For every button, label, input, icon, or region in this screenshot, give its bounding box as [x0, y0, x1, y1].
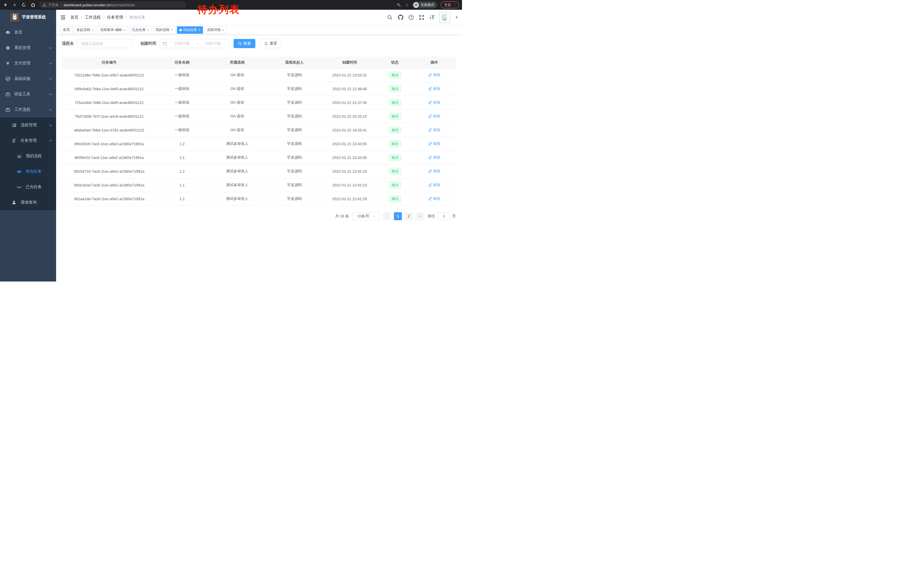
table-row: a6aba0a4-7b6d-11ec-b781-acde48001122一级审批… — [62, 123, 456, 137]
forward-icon[interactable] — [12, 2, 17, 8]
close-icon[interactable]: × — [222, 28, 224, 32]
eye-closed-icon — [16, 185, 22, 189]
goto-label: 前往 — [428, 214, 435, 219]
org-tree-icon — [12, 138, 16, 143]
process-name-input[interactable] — [77, 39, 132, 48]
search-button[interactable]: 搜索 — [234, 39, 255, 48]
approve-button[interactable]: 审批 — [428, 128, 441, 132]
approve-button[interactable]: 审批 — [428, 169, 441, 174]
back-icon[interactable] — [3, 2, 8, 8]
sidebar-item-system[interactable]: 系统管理 — [0, 40, 56, 56]
breadcrumb-workflow[interactable]: 工作流程 — [85, 15, 101, 20]
close-icon[interactable]: × — [171, 28, 173, 32]
col-create-time: 创建时间 — [322, 57, 377, 68]
avatar-caret-icon[interactable]: ▼ — [455, 16, 458, 19]
page-button-1[interactable]: 1 — [394, 212, 402, 220]
approve-button[interactable]: 审批 — [428, 196, 441, 201]
tab-todo-tasks[interactable]: 待办任务× — [177, 26, 203, 34]
end-date-placeholder: 结束日期 — [200, 41, 226, 46]
next-page-button[interactable]: › — [416, 212, 424, 220]
help-icon[interactable]: ? — [408, 15, 414, 20]
page-unit-label: 页 — [452, 214, 456, 219]
status-badge: 激活 — [389, 182, 401, 188]
sidebar-item-home[interactable]: 首页 — [0, 25, 56, 40]
tab-process-detail[interactable]: 流程详情× — [204, 26, 227, 34]
status-badge: 激活 — [389, 113, 401, 120]
avatar[interactable] — [440, 12, 450, 23]
approve-button[interactable]: 审批 — [428, 86, 441, 92]
breadcrumb-task-mgmt[interactable]: 任务管理 — [107, 15, 123, 20]
sidebar-item-task-mgmt[interactable]: 任务管理 — [0, 133, 56, 148]
dashboard-icon — [5, 30, 10, 35]
process-name-label: 流程名 — [62, 41, 74, 46]
github-icon[interactable] — [398, 15, 404, 20]
col-process: 所属流程 — [207, 57, 267, 68]
close-icon[interactable]: × — [123, 28, 125, 32]
warning-icon — [42, 3, 46, 7]
start-date-placeholder: 开始日期 — [169, 41, 195, 46]
svg-text:?: ? — [410, 15, 412, 19]
key-icon[interactable] — [396, 2, 402, 8]
approve-button[interactable]: 审批 — [428, 155, 441, 160]
close-icon[interactable]: × — [147, 28, 149, 32]
status-badge: 激活 — [389, 86, 401, 92]
reload-icon[interactable] — [21, 2, 26, 8]
create-time-label: 创建时间 — [140, 41, 156, 46]
col-task-name: 任务名称 — [156, 57, 207, 68]
breadcrumb-current: 待办任务 — [129, 15, 146, 20]
home-icon[interactable] — [30, 2, 36, 8]
close-icon[interactable]: × — [92, 28, 94, 32]
briefcase-icon — [5, 107, 10, 112]
sidebar-logo[interactable]: 芋道管理系统 — [0, 10, 56, 25]
fullscreen-icon[interactable] — [419, 15, 424, 20]
date-range-picker[interactable]: 开始日期 - 结束日期 — [160, 39, 229, 48]
tab-done-tasks[interactable]: 已办任务× — [129, 26, 152, 34]
sidebar-item-payment[interactable]: ￥ 支付管理 — [0, 56, 56, 71]
reset-button[interactable]: 重置 — [260, 39, 282, 48]
sidebar-collapse-icon[interactable] — [60, 15, 66, 20]
close-icon[interactable]: × — [198, 28, 200, 32]
status-badge: 激活 — [389, 140, 401, 147]
sidebar-item-workflow[interactable]: 工作流程 — [0, 102, 56, 117]
sidebar-item-process-mgmt[interactable]: 流程管理 — [0, 117, 56, 133]
sidebar-item-my-process[interactable]: 我的流程 — [0, 148, 56, 164]
active-tab-dot-icon — [180, 29, 182, 31]
browser-menu-icon[interactable]: ⋮ — [453, 3, 456, 7]
status-badge: 激活 — [389, 195, 401, 202]
approve-button[interactable]: 审批 — [428, 141, 441, 146]
search-icon[interactable] — [387, 15, 393, 20]
table-row: 58154733-7ac8-11ec-a9e2-a2380e71991a1.2测… — [62, 164, 456, 178]
pagination: 共 16 条 10条/页 ‹ 1 2 › 前往 页 — [62, 212, 456, 220]
col-initiator: 流程发起人 — [267, 57, 322, 68]
page-button-2[interactable]: 2 — [405, 212, 413, 220]
table-row: 069c6a63-7b8a-11ec-8ef0-acde48001122一级审批… — [62, 82, 456, 96]
update-button[interactable]: 更新 ⋮ — [441, 2, 459, 8]
prev-page-button[interactable]: ‹ — [383, 212, 391, 220]
chevron-down-icon — [49, 78, 52, 80]
sidebar-item-infra[interactable]: 基础设施 — [0, 71, 56, 87]
bookmark-star-icon[interactable]: ☆ — [405, 2, 409, 8]
approve-button[interactable]: 审批 — [428, 182, 441, 188]
page-content: 流程名 创建时间 开始日期 - 结束日期 搜索 重置 — [56, 35, 462, 281]
user-icon — [12, 200, 16, 205]
sidebar-item-devtools[interactable]: 研发工具 — [0, 87, 56, 102]
tab-form-edit[interactable]: 流程表单-编辑× — [98, 26, 128, 34]
calendar-icon — [163, 42, 167, 45]
sidebar-item-done-tasks[interactable]: 已办任务 — [0, 179, 56, 195]
url-bar[interactable]: 不安全 | dashboard.yudao.iocoder.cn/bpm/tas… — [39, 2, 186, 8]
page-size-select[interactable]: 10条/页 — [352, 212, 380, 220]
approve-button[interactable]: 审批 — [428, 114, 441, 119]
sidebar-item-todo-tasks[interactable]: 待办任务 — [0, 164, 56, 179]
sidebar-item-leave-query[interactable]: 请假查询 — [0, 195, 56, 210]
top-navbar: 首页 / 工作流程 / 任务管理 / 待办任务 ? — [56, 10, 462, 25]
toolbox-icon — [5, 92, 10, 97]
tab-home[interactable]: 首页 — [60, 26, 72, 34]
approve-button[interactable]: 审批 — [428, 100, 441, 105]
chevron-down-icon — [49, 47, 52, 49]
tab-my-process[interactable]: 我的流程× — [153, 26, 176, 34]
goto-page-input[interactable] — [437, 212, 450, 220]
approve-button[interactable]: 审批 — [428, 72, 441, 78]
tab-start-process[interactable]: 发起流程× — [74, 26, 96, 34]
font-size-icon[interactable]: TT — [429, 15, 435, 20]
breadcrumb-home[interactable]: 首页 — [70, 15, 78, 20]
